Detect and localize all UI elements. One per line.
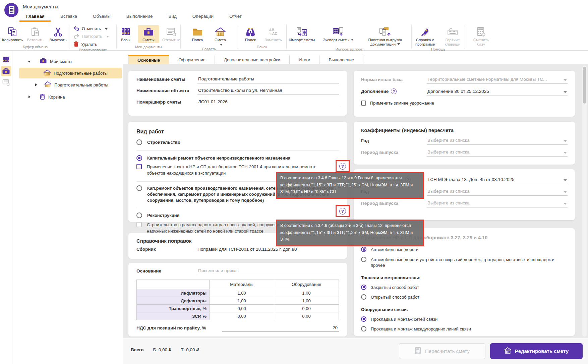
radio-selected-icon[interactable] <box>361 247 366 252</box>
collection-value[interactable]: Поправки для ТСН-2001 от 28.11.2025 г. д… <box>197 247 339 252</box>
radio-icon[interactable] <box>136 139 142 145</box>
option-open-method[interactable]: Открытый способ работ <box>361 294 568 300</box>
paste-button[interactable]: Вставить <box>24 25 46 43</box>
chevron-down-icon[interactable] <box>564 179 567 183</box>
redo-dropdown-icon[interactable] <box>106 36 109 39</box>
help-icon[interactable] <box>391 88 397 94</box>
winter-markup-checkbox[interactable]: Применить зимнее удорожание <box>361 101 568 106</box>
ribbon-tab-execution[interactable]: Выполнение <box>126 13 153 19</box>
redo-button[interactable]: Повторить <box>73 34 112 40</box>
chevron-down-icon[interactable] <box>564 79 567 83</box>
tsn-base-select[interactable]: ТСН МГЭ глава 13. Доп. 45 от 03.10.2025 <box>427 177 568 184</box>
export-estimate-button[interactable]: Экспорт сметы <box>319 25 357 43</box>
copy-button[interactable]: Копировать <box>2 25 23 43</box>
import-estimate-button[interactable]: Импорт сметы <box>286 25 318 43</box>
app-logo-icon[interactable] <box>4 3 19 19</box>
chevron-right-icon[interactable] <box>28 96 32 98</box>
rail-opened-icon[interactable] <box>1 77 11 87</box>
tab-execution[interactable]: Выполнение <box>319 55 363 64</box>
option-roads-coverings[interactable]: Автомобильные дороги устройство покрытий… <box>361 257 568 268</box>
tree-item-my-estimates[interactable]: Мои сметы <box>28 56 72 66</box>
batch-export-button[interactable]: Пакетная выгрузка документации <box>359 25 412 47</box>
addition-select[interactable]: Дополнение 80 от 25.12.2025 <box>427 89 568 96</box>
checkbox-icon[interactable] <box>361 101 366 106</box>
hotkeys-button[interactable]: Горячие клавиши <box>440 25 465 47</box>
estimate-name-input[interactable]: Подготовительные работы <box>197 76 339 83</box>
chevron-down-icon[interactable] <box>28 61 31 64</box>
radio-icon[interactable] <box>361 326 366 331</box>
scrollbar-thumb[interactable] <box>583 67 586 104</box>
ribbon-tab-view[interactable]: Вид <box>168 13 176 19</box>
chevron-down-icon[interactable] <box>564 140 567 144</box>
export-dropdown-icon[interactable] <box>351 39 354 42</box>
option-construction[interactable]: Строительство <box>136 139 339 151</box>
radio-selected-icon[interactable] <box>361 316 366 322</box>
transport-materials-cell[interactable]: 0,00 <box>210 305 274 312</box>
chevron-down-icon[interactable] <box>564 91 567 95</box>
recalculate-button[interactable]: Пересчитать смету <box>399 343 485 359</box>
tree-item-estimate-selected[interactable]: Подготовительные работы <box>44 68 108 78</box>
chevron-down-icon[interactable] <box>564 203 567 206</box>
ribbon-tab-report[interactable]: Отчет <box>229 13 242 19</box>
object-name-input[interactable]: Строительство школы по ул. Неглинная <box>197 88 339 95</box>
undo-dropdown-icon[interactable] <box>105 28 108 31</box>
rail-bases-icon[interactable] <box>1 55 11 65</box>
ribbon-tab-volumes[interactable]: Объёмы <box>93 13 111 19</box>
change-base-button[interactable]: Сменить базу <box>468 25 494 47</box>
tsn-period-select[interactable]: Выберите из списка <box>427 200 568 207</box>
option-closed-method[interactable]: Закрытый способ работ <box>361 285 568 291</box>
tree-item-estimate-2[interactable]: Подготовительные работы <box>35 80 108 90</box>
tsn-year-select[interactable]: Выберите из списка <box>427 189 568 196</box>
transport-equipment-cell[interactable]: 0,00 <box>274 305 339 312</box>
checkbox-icon[interactable] <box>136 164 142 169</box>
tab-formatting[interactable]: Оформление <box>169 55 215 64</box>
edit-estimate-button[interactable]: Редактировать смету <box>490 343 583 359</box>
radio-icon[interactable] <box>361 294 366 300</box>
chevron-right-icon[interactable] <box>35 83 39 86</box>
delete-button[interactable]: Удалить <box>73 41 112 48</box>
batch-dropdown-icon[interactable] <box>397 43 400 46</box>
radio-icon[interactable] <box>361 257 366 262</box>
create-folder-button[interactable]: Папка <box>187 25 208 43</box>
zsr-equipment-cell[interactable]: 0,00 <box>274 312 339 320</box>
help-icon[interactable] <box>339 163 346 170</box>
estimate-number-input[interactable]: ЛС01-01-2026 <box>197 99 339 106</box>
radio-selected-icon[interactable] <box>136 155 142 161</box>
option-comm-networks[interactable]: Прокладка и монтаж сетей связи <box>361 316 568 322</box>
bases-button[interactable]: Базы <box>115 25 136 43</box>
deflators-equipment-cell[interactable]: 1,00 <box>274 297 339 305</box>
opened-button[interactable]: Открытые <box>161 25 182 43</box>
normative-base-select[interactable]: Территориальные сметные нормативы для Мо… <box>427 77 568 84</box>
cut-button[interactable]: Вырезать <box>47 25 69 43</box>
chevron-down-icon[interactable] <box>564 152 567 156</box>
zsr-materials-cell[interactable]: 0,00 <box>210 312 274 320</box>
tree-item-trash[interactable]: Корзина <box>28 92 65 102</box>
tab-general[interactable]: Основные <box>128 55 169 64</box>
search-button[interactable]: Поиск <box>240 25 261 43</box>
vertical-scrollbar[interactable] <box>582 66 587 337</box>
create-estimate-dropdown-icon[interactable] <box>220 44 223 47</box>
deflators-materials-cell[interactable]: 1,00 <box>210 297 274 305</box>
option-roads[interactable]: Автомобильные дороги <box>361 247 568 253</box>
radio-icon[interactable] <box>136 213 142 218</box>
radio-icon[interactable] <box>136 185 142 191</box>
vat-input[interactable]: 20 <box>222 325 339 332</box>
create-estimate-button[interactable]: Смета <box>210 25 231 47</box>
ribbon-tab-insert[interactable]: Вставка <box>60 13 77 19</box>
rail-estimates-icon[interactable] <box>1 66 11 76</box>
option-capital-repair[interactable]: Капитальный ремонт объектов непроизводст… <box>136 151 339 161</box>
ribbon-tab-main[interactable]: Главная <box>26 13 45 19</box>
year-select[interactable]: Выберите из списка <box>427 138 568 145</box>
about-button[interactable]: Справка о программе <box>411 25 439 47</box>
chevron-down-icon[interactable] <box>564 191 567 195</box>
estimates-button[interactable]: Сметы <box>138 25 159 43</box>
period-select[interactable]: Выберите из списка <box>427 149 568 157</box>
basis-input[interactable]: Письмо или приказ <box>197 268 339 275</box>
inflators-equipment-cell[interactable]: 1,00 <box>274 289 339 297</box>
checkbox-disabled-icon[interactable] <box>136 222 142 227</box>
option-comm-longdistance[interactable]: Прокладка и монтаж междугородних линий с… <box>361 326 568 332</box>
undo-button[interactable]: Отменить <box>73 26 112 32</box>
tab-totals[interactable]: Итоги <box>289 55 319 64</box>
inflators-materials-cell[interactable]: 1,00 <box>210 289 274 297</box>
ribbon-tab-operations[interactable]: Операции <box>192 13 214 19</box>
